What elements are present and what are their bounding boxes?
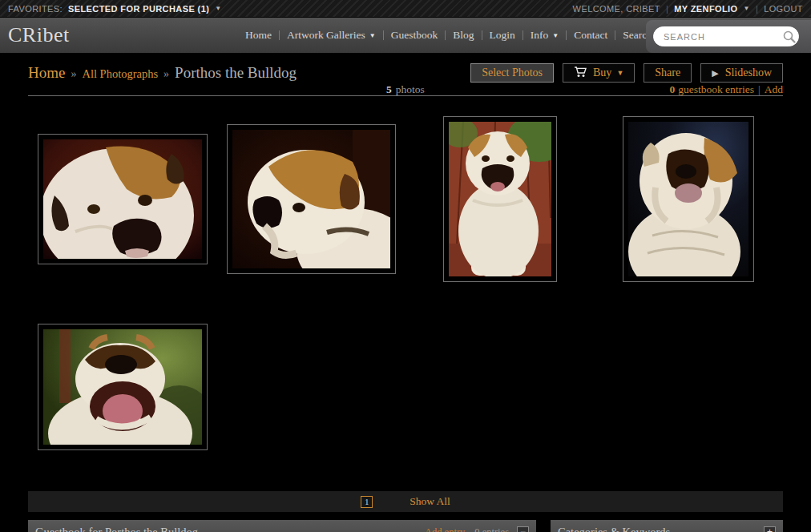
collapse-icon[interactable]: − — [517, 526, 529, 532]
welcome-text: WELCOME, CRIBET — [573, 4, 660, 14]
add-entry-link[interactable]: Add entry — [425, 526, 465, 532]
bulldog-photo — [43, 329, 202, 445]
entries-count: 0 entries — [474, 526, 509, 532]
nav-contact[interactable]: Contact — [574, 29, 607, 42]
breadcrumb: Home » All Photographs » Porthos the Bul… — [28, 64, 297, 82]
share-button[interactable]: Share — [644, 63, 692, 83]
chevron-down-icon: ▼ — [369, 32, 376, 39]
photo-cell — [28, 116, 217, 282]
photo-thumbnail-4[interactable] — [623, 116, 754, 282]
site-logo[interactable]: CRibet — [8, 23, 70, 47]
main-navigation: Home Artwork Galleries▼ Guestbook Blog L… — [245, 18, 652, 53]
page-title: Porthos the Bulldog — [175, 64, 297, 82]
photo-cell — [28, 324, 217, 450]
nav-divider — [383, 30, 384, 40]
photo-thumbnail-1[interactable] — [38, 134, 208, 264]
site-header: CRibet Home Artwork Galleries▼ Guestbook… — [0, 18, 811, 53]
search-panel — [646, 20, 811, 53]
gallery-info-row: 5photos 0guestbook entries|Add — [28, 83, 783, 96]
nav-divider — [279, 30, 280, 40]
my-zenfolio-menu[interactable]: MY ZENFOLIO — [674, 4, 737, 14]
pagination-bar: 1 Show All — [28, 491, 783, 512]
favorites-selector[interactable]: FAVORITES: SELECTED FOR PURCHASE (1) ▼ — [8, 4, 222, 14]
categories-panel-header: Categories & Keywords + — [551, 520, 783, 532]
gallery-toolbar: Select Photos Buy ▼ Share ▶ Slideshow — [470, 63, 783, 83]
nav-artwork-galleries[interactable]: Artwork Galleries▼ — [287, 29, 376, 42]
shopping-cart-icon — [574, 66, 587, 81]
show-all-link[interactable]: Show All — [410, 495, 450, 508]
photo-cell — [217, 116, 406, 282]
add-guestbook-entry-link[interactable]: Add — [765, 83, 783, 95]
expand-icon[interactable]: + — [764, 526, 776, 532]
nav-divider — [523, 30, 523, 40]
buy-button[interactable]: Buy ▼ — [563, 63, 635, 83]
guestbook-panel: Guestbook for Porthos the Bulldog Add en… — [28, 520, 536, 532]
categories-panel-title: Categories & Keywords — [558, 526, 764, 532]
chevron-down-icon: ▼ — [215, 5, 221, 12]
breadcrumb-row: Home » All Photographs » Porthos the Bul… — [28, 62, 783, 83]
bulldog-photo — [43, 139, 202, 259]
bulldog-photo — [232, 130, 390, 268]
chevron-down-icon: ▼ — [744, 5, 750, 12]
photo-thumbnail-2[interactable] — [227, 124, 396, 274]
chevron-down-icon: ▼ — [616, 69, 623, 77]
photo-cell — [406, 116, 595, 282]
footer-panels: Guestbook for Porthos the Bulldog Add en… — [28, 520, 783, 532]
guestbook-entries-link[interactable]: guestbook entries — [678, 83, 754, 95]
photo-grid-row-2 — [28, 324, 783, 450]
nav-divider — [445, 30, 446, 40]
search-input[interactable] — [653, 26, 799, 46]
categories-panel: Categories & Keywords + — [551, 520, 783, 532]
chevron-down-icon: ▼ — [552, 32, 559, 39]
favorites-value[interactable]: SELECTED FOR PURCHASE (1) — [68, 4, 209, 14]
photo-count: 5photos — [386, 83, 425, 96]
magnifier-icon[interactable] — [782, 30, 797, 47]
account-links: WELCOME, CRIBET | MY ZENFOLIO ▼ | LOGOUT — [573, 4, 803, 14]
nav-info[interactable]: Info▼ — [531, 29, 559, 42]
nav-divider — [482, 30, 482, 40]
separator: | — [756, 4, 758, 14]
breadcrumb-home[interactable]: Home — [28, 64, 65, 82]
select-photos-button[interactable]: Select Photos — [470, 63, 554, 83]
nav-home[interactable]: Home — [245, 29, 272, 42]
nav-blog[interactable]: Blog — [453, 29, 474, 42]
photo-grid-row-1 — [28, 116, 783, 282]
bulldog-photo — [449, 122, 551, 276]
play-icon: ▶ — [712, 68, 718, 79]
separator: | — [758, 83, 761, 95]
photo-thumbnail-3[interactable] — [443, 116, 557, 282]
top-utility-bar: FAVORITES: SELECTED FOR PURCHASE (1) ▼ W… — [0, 0, 811, 18]
separator: | — [666, 4, 668, 14]
guestbook-panel-header: Guestbook for Porthos the Bulldog Add en… — [28, 520, 536, 532]
photo-thumbnail-5[interactable] — [38, 324, 208, 450]
nav-divider — [615, 30, 615, 40]
guestbook-summary: 0guestbook entries|Add — [669, 83, 783, 96]
page-number-1[interactable]: 1 — [361, 496, 373, 508]
logout-link[interactable]: LOGOUT — [764, 4, 803, 14]
gallery-page: Home » All Photographs » Porthos the Bul… — [0, 62, 811, 532]
breadcrumb-separator: » — [71, 68, 76, 81]
guestbook-panel-title: Guestbook for Porthos the Bulldog — [35, 526, 425, 532]
nav-divider — [566, 30, 567, 40]
slideshow-button[interactable]: ▶ Slideshow — [700, 63, 783, 83]
nav-guestbook[interactable]: Guestbook — [391, 29, 438, 42]
photo-cell — [595, 116, 784, 282]
breadcrumb-separator: » — [163, 68, 169, 81]
favorites-label: FAVORITES: — [8, 4, 63, 14]
breadcrumb-all-photographs[interactable]: All Photographs — [82, 67, 158, 81]
bulldog-photo — [628, 122, 748, 276]
nav-login[interactable]: Login — [490, 29, 515, 42]
